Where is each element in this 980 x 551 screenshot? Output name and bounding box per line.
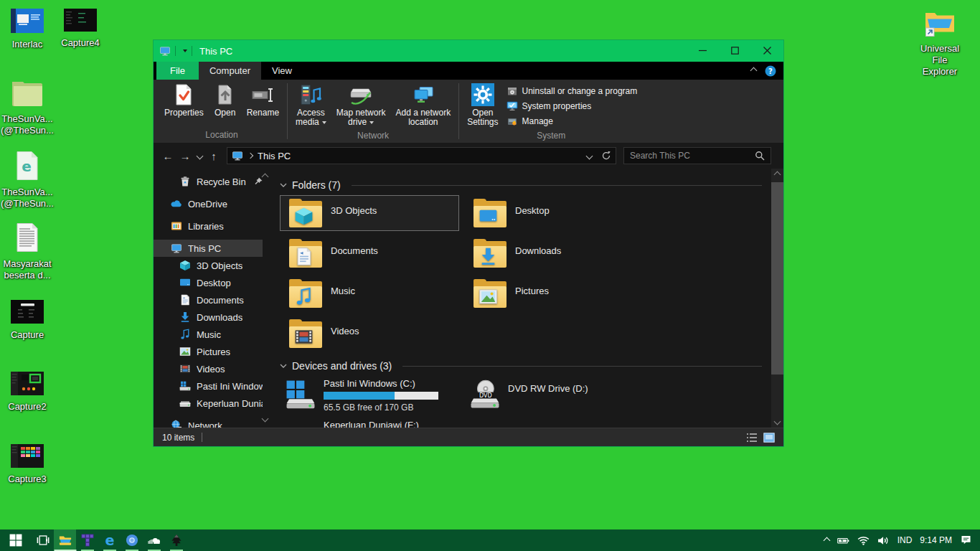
nav-item-desktop[interactable]: Desktop (154, 274, 263, 291)
folder-icon (289, 319, 322, 348)
minimize-button[interactable] (687, 40, 719, 62)
nav-item-keperluan-dunia[interactable]: Keperluan Dunia (154, 395, 263, 412)
ribbon-button-uninstall-or-change-a-program[interactable]: Uninstall or change a program (507, 85, 638, 97)
desktop-icon-masyarakat[interactable]: Masyarakat beserta d... (0, 222, 55, 281)
desktop-icon-thesunva-html[interactable]: e TheSunVa... (@TheSun... (0, 151, 55, 209)
tile-pasti-ini-windows-c[interactable]: Pasti Ini Windows (C:)65.5 GB free of 17… (280, 376, 459, 413)
section-header[interactable]: Devices and drives (3) (280, 359, 766, 373)
nav-item-label: Videos (197, 364, 225, 375)
desktop-icon-interlac[interactable]: Interlac (0, 9, 55, 50)
nav-item-label: This PC (188, 243, 221, 254)
tile-desktop[interactable]: Desktop (464, 195, 644, 231)
nav-item-pasti-ini-window[interactable]: Pasti Ini Window (154, 377, 263, 395)
ribbon-button-access-media[interactable]: Access media (291, 81, 331, 129)
desktop-icon-label: Capture3 (0, 474, 55, 485)
back-button[interactable]: ← (159, 150, 176, 162)
scroll-down-icon[interactable] (771, 415, 783, 428)
nav-item-videos[interactable]: Videos (154, 360, 263, 377)
taskbar-button-soundcloud[interactable] (143, 529, 165, 551)
ribbon-button-map-network-drive[interactable]: Map network drive (331, 81, 391, 129)
desktop-icon-capture[interactable]: Capture (0, 300, 55, 341)
tab-file[interactable]: File (156, 62, 199, 80)
vertical-scrollbar[interactable] (771, 169, 783, 428)
scrollbar-thumb[interactable] (771, 182, 783, 375)
volume-icon[interactable] (877, 536, 890, 545)
tile-documents[interactable]: Documents (280, 235, 459, 271)
nav-item-this-pc[interactable]: This PC (154, 240, 263, 257)
show-hidden-icons-icon[interactable] (823, 537, 830, 544)
taskbar-button-file-explorer[interactable] (54, 529, 76, 551)
breadcrumb[interactable]: This PC (258, 151, 291, 161)
window-icon (159, 45, 171, 57)
taskbar-button-task-view[interactable] (32, 529, 54, 551)
search-icon[interactable] (755, 151, 765, 161)
nav-item-3d-objects[interactable]: 3D Objects (154, 257, 263, 274)
tile-pictures[interactable]: Pictures (464, 276, 644, 311)
ribbon-button-properties[interactable]: Properties (159, 81, 209, 120)
desktop-icon-universal-file-explorer[interactable]: Universal File Explorer (913, 9, 967, 77)
tab-computer[interactable]: Computer (199, 62, 261, 80)
minimize-ribbon-icon[interactable] (750, 67, 758, 75)
tile-downloads[interactable]: Downloads (464, 235, 644, 271)
ribbon-button-rename[interactable]: Rename (242, 81, 284, 120)
nav-item-recycle-bin[interactable]: Recycle Bin (154, 173, 263, 190)
tile-keperluan-duniawi-f[interactable]: Keperluan Duniawi (F:) (280, 418, 459, 428)
desktop-icon-capture4[interactable]: Capture4 (53, 9, 108, 49)
tile-music[interactable]: Music (280, 276, 459, 311)
action-center-icon[interactable] (960, 535, 971, 545)
forward-button[interactable]: → (176, 150, 194, 162)
nav-item-music[interactable]: Music (154, 326, 263, 343)
taskbar-button-inkscape[interactable] (165, 529, 187, 551)
qat-customize-button[interactable] (180, 50, 187, 52)
ribbon-button-manage[interactable]: Manage (507, 116, 638, 127)
search-input[interactable]: Search This PC (623, 147, 771, 164)
close-button[interactable] (751, 40, 783, 62)
nav-item-documents[interactable]: Documents (154, 291, 263, 309)
tile-3d-objects[interactable]: 3D Objects (280, 195, 459, 231)
tab-view[interactable]: View (261, 62, 303, 80)
recent-locations-button[interactable] (194, 151, 205, 160)
ribbon-button-add-a-network-location[interactable]: Add a network location (390, 81, 456, 129)
search-placeholder: Search This PC (630, 151, 690, 161)
taskbar-button-edge[interactable]: e (98, 529, 121, 551)
nav-item-network[interactable]: Network (154, 417, 263, 428)
nav-scroll-up-icon[interactable] (261, 173, 268, 180)
desktop-icon-label: Interlac (0, 39, 55, 50)
maximize-button[interactable] (719, 40, 751, 62)
ribbon-button-open-settings[interactable]: Open Settings (462, 81, 503, 129)
titlebar[interactable]: This PC (154, 40, 783, 62)
tile-videos[interactable]: Videos (280, 316, 459, 352)
nav-scroll-down-icon[interactable] (261, 415, 268, 422)
wifi-icon[interactable] (857, 536, 870, 545)
taskbar-button-chromium[interactable] (121, 529, 143, 551)
up-button[interactable]: ↑ (205, 150, 222, 162)
tile-dvd-rw-drive-d[interactable]: DVDDVD RW Drive (D:) (464, 376, 644, 413)
taskbar-button-app-t[interactable] (76, 529, 98, 551)
large-icons-view-button[interactable] (763, 433, 775, 443)
desktop-icon-label: Universal File Explorer (913, 43, 967, 77)
clock[interactable]: 9:14 PM (920, 535, 952, 545)
address-bar[interactable]: This PC (227, 147, 616, 164)
language-indicator[interactable]: IND (897, 535, 913, 545)
scrollbar-track[interactable] (771, 181, 783, 415)
desktop-icon-thesunva-folder[interactable]: TheSunVa... (@TheSun... (0, 77, 55, 136)
refresh-icon[interactable] (601, 151, 611, 161)
details-view-button[interactable] (746, 433, 758, 443)
nav-item-libraries[interactable]: Libraries (154, 217, 263, 235)
taskbar-button-start[interactable] (0, 529, 32, 551)
nav-item-onedrive[interactable]: OneDrive (154, 195, 263, 212)
desktop-icon-label: Capture2 (0, 401, 55, 413)
ribbon-button-system-properties[interactable]: System properties (507, 100, 638, 112)
nav-item-pictures[interactable]: Pictures (154, 343, 263, 360)
nav-item-downloads[interactable]: Downloads (154, 309, 263, 326)
scroll-up-icon[interactable] (771, 169, 783, 181)
ribbon-button-open[interactable]: Open (209, 81, 242, 120)
address-dropdown-icon[interactable] (586, 152, 593, 159)
section-header[interactable]: Folders (7) (280, 178, 766, 192)
desktop-icon-label: TheSunVa... (@TheSun... (0, 113, 55, 136)
desktop-icon-capture2[interactable]: Capture2 (0, 372, 55, 413)
battery-icon[interactable] (837, 536, 849, 545)
help-icon[interactable]: ? (765, 65, 776, 77)
desktop-icon-capture3[interactable]: Capture3 (0, 444, 55, 485)
task-view-icon (37, 534, 50, 547)
